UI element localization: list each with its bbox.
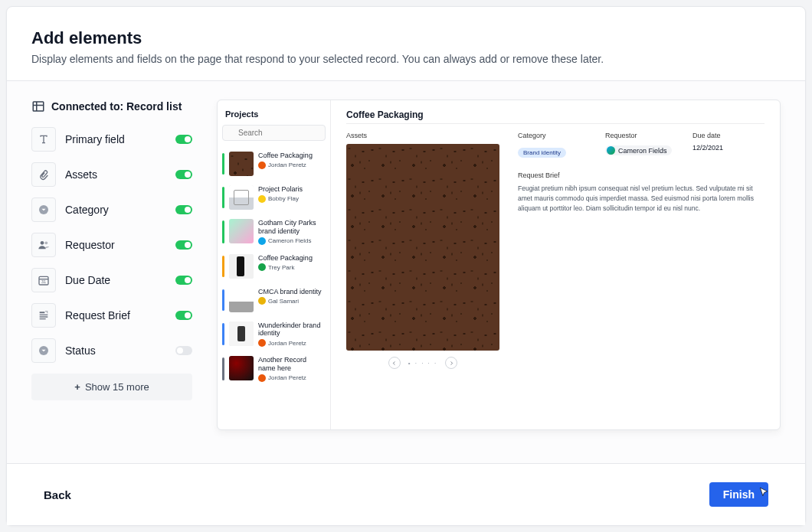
field-row: Primary field [31, 127, 192, 152]
avatar [258, 297, 266, 305]
record-owner: Jordan Peretz [258, 162, 326, 169]
field-label: Status [65, 344, 166, 357]
avatar [258, 195, 266, 203]
record-item[interactable]: Coffee PackagingJordan Peretz [218, 147, 330, 181]
field-toggle[interactable] [175, 170, 192, 179]
pager-prev-button[interactable] [388, 357, 401, 369]
svg-point-5 [44, 241, 47, 244]
field-toggle[interactable] [175, 346, 192, 355]
record-thumbnail [229, 185, 254, 210]
status-bar [222, 289, 224, 311]
record-name: Gotham City Parks brand identity [258, 219, 326, 236]
record-item[interactable]: Project PolarisBobby Flay [218, 181, 330, 214]
status-bar [222, 220, 224, 243]
status-bar [222, 323, 224, 346]
record-thumbnail [229, 288, 254, 312]
assets-label: Assets [346, 132, 499, 139]
field-label: Requestor [65, 239, 166, 251]
page-subtitle: Display elements and fields on the page … [31, 53, 781, 65]
search-input[interactable] [222, 125, 326, 141]
field-label: Assets [65, 168, 166, 181]
connected-to-label: Connected to: Record list [31, 100, 192, 113]
record-name: Project Polaris [258, 185, 326, 194]
field-toggle[interactable] [175, 240, 192, 250]
record-name: CMCA brand identity [258, 288, 326, 296]
record-item[interactable]: Wunderkinder brand identityJordan Peretz [218, 317, 330, 352]
add-elements-modal: Add elements Display elements and fields… [6, 6, 806, 526]
record-name: Wunderkinder brand identity [258, 321, 326, 338]
field-row: Request Brief [31, 303, 192, 328]
avatar [258, 339, 266, 347]
status-bar [222, 153, 224, 175]
field-toggle[interactable] [175, 205, 192, 214]
record-owner: Trey Park [258, 263, 326, 271]
record-owner: Gal Samari [258, 297, 326, 305]
record-thumbnail [229, 219, 254, 243]
field-toggle[interactable] [175, 276, 192, 285]
field-row: Category [31, 197, 192, 222]
detail-title: Coffee Packaging [346, 109, 765, 120]
svg-rect-0 [33, 102, 44, 111]
field-type-icon [31, 127, 56, 152]
field-label: Due Date [65, 274, 166, 286]
avatar [607, 146, 615, 155]
svg-point-4 [41, 241, 44, 245]
field-row: 31Due Date [31, 268, 192, 292]
record-item[interactable]: Coffee PackagingTrey Park [218, 250, 330, 283]
requestor-value: Cameron Fields [605, 145, 672, 155]
field-toggle[interactable] [175, 135, 192, 144]
avatar [258, 374, 266, 382]
record-name: Coffee Packaging [258, 152, 326, 160]
field-label: Category [65, 204, 166, 216]
plus-icon: + [74, 381, 80, 393]
record-owner: Bobby Flay [258, 195, 326, 203]
finish-button[interactable]: Finish [709, 482, 768, 507]
svg-text:31: 31 [41, 279, 46, 284]
show-more-button[interactable]: + Show 15 more [31, 374, 192, 400]
record-item[interactable]: Another Record name hereJordan Peretz [218, 351, 330, 387]
due-date-label: Due date [692, 132, 765, 139]
record-owner: Jordan Peretz [258, 339, 326, 347]
preview-list-title: Projects [218, 100, 330, 125]
pager-next-button[interactable] [445, 357, 457, 369]
field-label: Primary field [65, 133, 166, 145]
field-row: Assets [31, 162, 192, 187]
modal-footer: Back Finish [7, 463, 805, 525]
field-type-icon [31, 162, 56, 187]
back-button[interactable]: Back [44, 488, 71, 501]
requestor-label: Requestor [605, 132, 677, 139]
fields-sidebar: Connected to: Record list Primary fieldA… [31, 100, 192, 445]
arrow-right-icon [449, 361, 454, 366]
record-owner: Jordan Peretz [258, 374, 326, 382]
record-list-icon [31, 100, 45, 113]
avatar [258, 237, 266, 245]
due-date-value: 12/2/2021 [692, 144, 765, 152]
record-thumbnail [229, 356, 254, 380]
record-name: Another Record name here [258, 356, 326, 373]
brief-text: Feugiat pretium nibh ipsum consequat nis… [518, 184, 765, 213]
modal-body: Connected to: Record list Primary fieldA… [7, 81, 805, 463]
field-type-icon [31, 233, 56, 257]
modal-header: Add elements Display elements and fields… [7, 7, 805, 81]
preview-record-list: Projects Coffee PackagingJordan PeretzPr… [218, 100, 331, 429]
field-type-icon: 31 [31, 268, 56, 292]
field-row: Requestor [31, 233, 192, 257]
brief-label: Request Brief [518, 171, 765, 179]
avatar [258, 162, 266, 169]
interface-preview: Projects Coffee PackagingJordan PeretzPr… [217, 100, 781, 430]
record-thumbnail [229, 321, 254, 346]
cursor-icon [758, 487, 769, 498]
field-toggle[interactable] [175, 311, 192, 320]
pager-dots: • · · · · [408, 360, 438, 367]
preview-record-detail: Coffee Packaging Assets • · · · · [331, 100, 780, 429]
record-thumbnail [229, 254, 254, 279]
record-item[interactable]: CMCA brand identityGal Samari [218, 283, 330, 317]
field-type-icon [31, 197, 56, 222]
asset-image[interactable] [346, 144, 499, 351]
record-item[interactable]: Gotham City Parks brand identityCameron … [218, 214, 330, 250]
category-label: Category [518, 132, 590, 139]
status-bar [222, 256, 224, 277]
asset-pager: • · · · · [346, 357, 499, 369]
arrow-left-icon [391, 361, 397, 366]
field-type-icon [31, 303, 56, 328]
